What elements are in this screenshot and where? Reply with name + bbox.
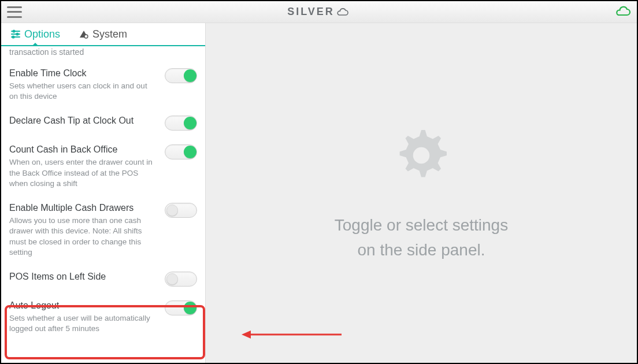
toggle-pos-items-left[interactable] [165,272,197,287]
hamburger-menu-icon[interactable] [7,6,22,18]
setting-title: POS Items on Left Side [9,272,155,282]
setting-subtitle: When on, users enter the drawer count in… [9,157,155,189]
brand-logo: SILVER [287,6,348,18]
toggle-multiple-cash-drawers[interactable] [165,203,197,218]
toggle-enable-time-clock[interactable] [165,68,197,83]
tab-options-label: Options [24,28,60,40]
placeholder-line-2: on the side panel. [335,237,508,262]
setting-title: Enable Multiple Cash Drawers [9,203,155,213]
setting-subtitle: Allows you to use more than one cash dra… [9,216,155,258]
svg-point-5 [12,36,14,38]
setting-row-auto-logout: Auto Logout Sets whether a user will be … [9,295,197,336]
setting-subtitle: Sets whether users can clock in and out … [9,81,155,102]
setting-title: Enable Time Clock [9,68,155,79]
brand-cloud-icon [336,8,348,16]
setting-row-count-cash-back-office: Count Cash in Back Office When on, users… [9,139,197,197]
svg-point-3 [13,30,14,32]
setting-row-declare-cash-tip: Declare Cash Tip at Clock Out [9,110,197,139]
toggle-count-cash-back-office[interactable] [165,144,197,159]
svg-point-7 [413,147,430,164]
system-icon [79,29,89,39]
setting-title: Count Cash in Back Office [9,144,155,155]
sync-status-cloud-icon[interactable] [614,5,631,19]
gear-icon [335,124,508,190]
sliders-icon [10,29,21,39]
setting-title: Declare Cash Tip at Clock Out [9,116,155,126]
tab-system-label: System [92,28,127,40]
svg-point-6 [84,35,88,38]
setting-title: Auto Logout [9,300,155,311]
main-detail-panel: Toggle or select settings on the side pa… [206,23,637,363]
toggle-auto-logout[interactable] [165,300,197,315]
toggle-declare-cash-tip[interactable] [165,116,197,131]
placeholder-line-1: Toggle or select settings [335,213,508,237]
settings-list[interactable]: transaction is started Enable Time Clock… [1,46,205,363]
settings-sidebar: Options System transaction is started En… [1,23,206,363]
previous-setting-subtitle-cutoff: transaction is started [9,46,197,62]
setting-row-multiple-cash-drawers: Enable Multiple Cash Drawers Allows you … [9,197,197,266]
sidebar-tabs: Options System [1,23,205,46]
tab-options[interactable]: Options [1,23,69,45]
setting-row-enable-time-clock: Enable Time Clock Sets whether users can… [9,62,197,110]
tab-system[interactable]: System [69,23,136,45]
setting-subtitle: Sets whether a user will be automaticall… [9,313,155,334]
setting-row-pos-items-left: POS Items on Left Side [9,266,197,295]
placeholder-content: Toggle or select settings on the side pa… [335,124,508,263]
top-bar: SILVER [1,1,637,23]
svg-point-4 [16,33,18,35]
